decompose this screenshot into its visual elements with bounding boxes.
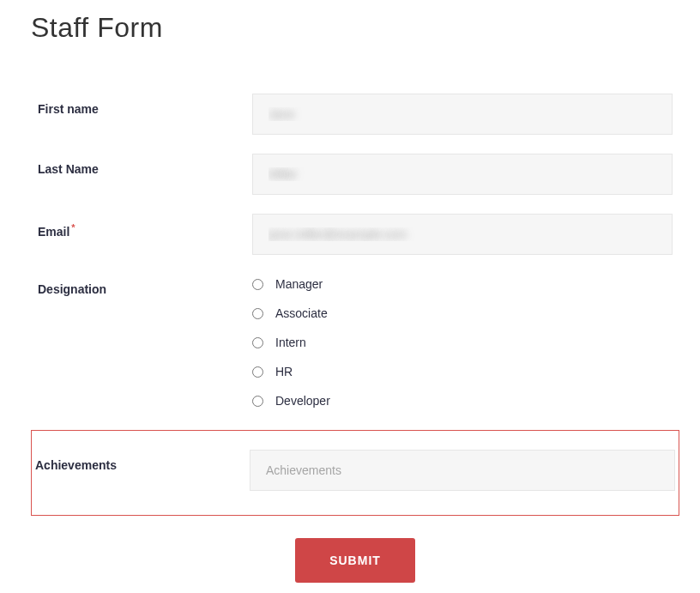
- radio-associate[interactable]: [252, 308, 263, 319]
- page-title: Staff Form: [31, 12, 700, 44]
- last-name-input[interactable]: [252, 154, 673, 195]
- label-email: Email*: [38, 214, 252, 239]
- staff-form: First name Last Name Email* Designation …: [0, 94, 700, 583]
- label-last-name: Last Name: [38, 154, 252, 176]
- label-email-text: Email: [38, 225, 69, 239]
- row-first-name: First name: [34, 94, 676, 135]
- label-first-name: First name: [38, 94, 252, 116]
- radio-developer[interactable]: [252, 396, 263, 407]
- radio-item-hr[interactable]: HR: [252, 365, 673, 378]
- radio-item-developer[interactable]: Developer: [252, 394, 673, 408]
- label-designation: Designation: [38, 274, 252, 296]
- designation-radio-group: Manager Associate Intern HR Developer: [252, 274, 673, 411]
- row-last-name: Last Name: [34, 154, 676, 195]
- submit-button[interactable]: SUBMIT: [295, 538, 415, 583]
- highlighted-row-achievements: Achievements: [31, 430, 679, 516]
- submit-wrap: SUBMIT: [34, 538, 676, 583]
- email-input[interactable]: [252, 214, 673, 255]
- radio-label-manager: Manager: [275, 277, 323, 291]
- radio-item-intern[interactable]: Intern: [252, 336, 673, 349]
- row-email: Email*: [34, 214, 676, 255]
- radio-label-associate: Associate: [275, 306, 328, 320]
- first-name-input[interactable]: [252, 94, 673, 135]
- radio-label-intern: Intern: [275, 336, 306, 349]
- radio-manager[interactable]: [252, 279, 263, 290]
- radio-intern[interactable]: [252, 337, 263, 348]
- row-designation: Designation Manager Associate Intern HR …: [34, 274, 676, 411]
- label-achievements: Achievements: [35, 450, 250, 472]
- radio-item-associate[interactable]: Associate: [252, 306, 673, 320]
- radio-hr[interactable]: [252, 366, 263, 378]
- required-marker: *: [71, 222, 75, 233]
- radio-label-developer: Developer: [275, 394, 330, 408]
- achievements-input[interactable]: [250, 450, 675, 491]
- radio-label-hr: HR: [275, 365, 293, 378]
- radio-item-manager[interactable]: Manager: [252, 277, 673, 291]
